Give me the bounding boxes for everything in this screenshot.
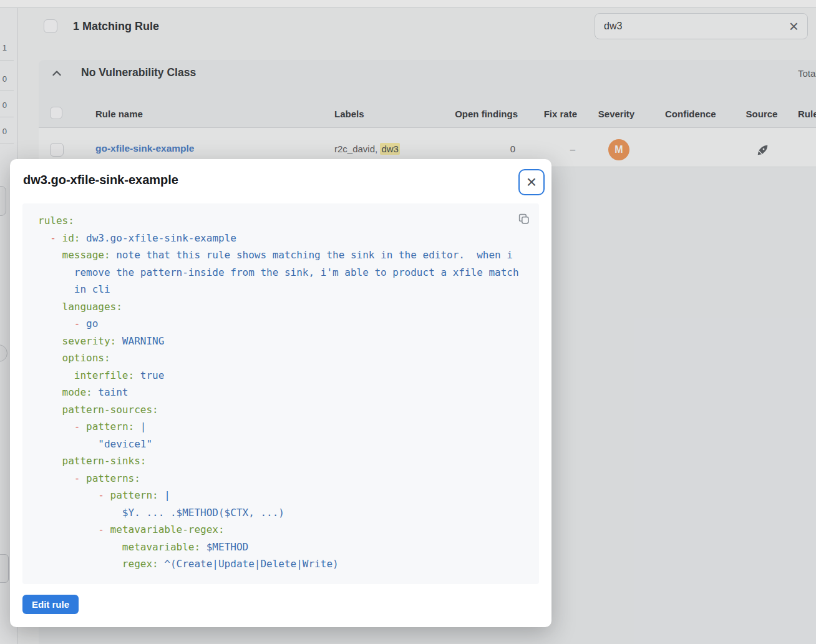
- copy-icon: [517, 218, 531, 228]
- close-icon: ×: [527, 173, 537, 191]
- edit-rule-button[interactable]: Edit rule: [22, 595, 79, 614]
- close-modal-button[interactable]: ×: [518, 169, 545, 195]
- code-content: rules: - id: dw3.go-xfile-sink-example m…: [38, 212, 539, 573]
- copy-code-button[interactable]: [517, 212, 531, 226]
- modal-title: dw3.go-xfile-sink-example: [23, 173, 178, 187]
- rule-yaml-code-block: rules: - id: dw3.go-xfile-sink-example m…: [22, 203, 539, 584]
- rule-detail-modal: dw3.go-xfile-sink-example × rules: - id:…: [10, 159, 551, 627]
